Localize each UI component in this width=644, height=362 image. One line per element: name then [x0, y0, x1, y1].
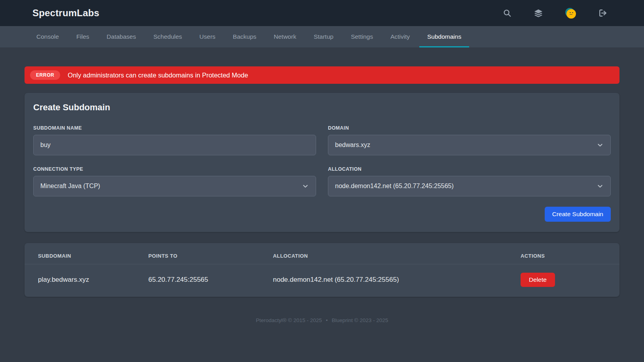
- chevron-down-icon: [597, 142, 603, 148]
- chevron-down-icon: [597, 183, 603, 189]
- footer-credits: Pterodactyl® © 2015 - 2025•Blueprint © 2…: [25, 317, 619, 323]
- tab-databases[interactable]: Databases: [99, 26, 144, 47]
- error-alert: ERROR Only administrators can create sub…: [25, 66, 619, 84]
- cell-allocation: node.demon142.net (65.20.77.245:25565): [273, 276, 521, 284]
- logout-icon[interactable]: [599, 9, 607, 17]
- table-row: play.bedwars.xyz 65.20.77.245:25565 node…: [25, 264, 619, 297]
- tab-startup[interactable]: Startup: [306, 26, 341, 47]
- app-title[interactable]: SpectrumLabs: [32, 8, 99, 19]
- domain-label: DOMAIN: [328, 125, 611, 131]
- field-subdomain-name: SUBDOMAIN NAME: [33, 125, 316, 155]
- subdomain-form: SUBDOMAIN NAME DOMAIN bedwars.xyz: [33, 125, 611, 196]
- column-header-subdomain: SUBDOMAIN: [38, 253, 148, 259]
- tab-settings[interactable]: Settings: [343, 26, 381, 47]
- domain-select-value: bedwars.xyz: [335, 141, 370, 149]
- card-title: Create Subdomain: [33, 102, 611, 113]
- create-subdomain-card: Create Subdomain SUBDOMAIN NAME DOMAIN b…: [25, 93, 619, 232]
- field-connection-type: CONNECTION TYPE Minecraft Java (TCP): [33, 166, 316, 196]
- column-header-actions: ACTIONS: [521, 253, 606, 259]
- footer-blueprint-credit: Blueprint © 2023 - 2025: [331, 317, 388, 323]
- footer-pterodactyl-credit: Pterodactyl® © 2015 - 2025: [256, 317, 322, 323]
- top-header: SpectrumLabs: [0, 0, 644, 26]
- subdomain-name-label: SUBDOMAIN NAME: [33, 125, 316, 131]
- cell-actions: Delete: [521, 273, 606, 287]
- user-avatar[interactable]: [565, 8, 576, 19]
- column-header-points-to: POINTS TO: [148, 253, 273, 259]
- allocation-select-value: node.demon142.net (65.20.77.245:25565): [335, 183, 454, 190]
- field-domain: DOMAIN bedwars.xyz: [328, 125, 611, 155]
- subdomain-name-input[interactable]: [33, 135, 316, 155]
- field-allocation: ALLOCATION node.demon142.net (65.20.77.2…: [328, 166, 611, 196]
- connection-type-select-value: Minecraft Java (TCP): [40, 183, 100, 190]
- avatar-eye: [570, 12, 571, 13]
- header-icon-group: [503, 8, 607, 19]
- app-window: SpectrumLabs: [0, 0, 644, 362]
- avatar-mouth: [570, 14, 572, 15]
- server-nav-bar: Console Files Databases Schedules Users …: [0, 26, 644, 47]
- chevron-down-icon: [302, 183, 309, 189]
- cell-points-to: 65.20.77.245:25565: [148, 276, 273, 284]
- footer-separator: •: [326, 317, 328, 323]
- allocation-label: ALLOCATION: [328, 166, 611, 172]
- avatar-face: [566, 9, 576, 19]
- subdomains-table-card: SUBDOMAIN POINTS TO ALLOCATION ACTIONS p…: [25, 243, 619, 297]
- tab-users[interactable]: Users: [191, 26, 223, 47]
- layers-icon[interactable]: [534, 9, 543, 17]
- page-content: ERROR Only administrators can create sub…: [25, 66, 619, 323]
- connection-type-label: CONNECTION TYPE: [33, 166, 316, 172]
- cell-subdomain: play.bedwars.xyz: [38, 276, 148, 284]
- tab-backups[interactable]: Backups: [225, 26, 264, 47]
- allocation-select[interactable]: node.demon142.net (65.20.77.245:25565): [328, 176, 611, 196]
- tab-network[interactable]: Network: [266, 26, 304, 47]
- column-header-allocation: ALLOCATION: [273, 253, 521, 259]
- create-subdomain-button[interactable]: Create Subdomain: [545, 207, 611, 222]
- domain-select[interactable]: bedwars.xyz: [328, 135, 611, 155]
- tab-subdomains[interactable]: Subdomains: [419, 26, 469, 47]
- tab-console[interactable]: Console: [28, 26, 67, 47]
- search-icon[interactable]: [503, 9, 511, 17]
- table-header-row: SUBDOMAIN POINTS TO ALLOCATION ACTIONS: [25, 243, 619, 264]
- tab-activity[interactable]: Activity: [383, 26, 418, 47]
- connection-type-select[interactable]: Minecraft Java (TCP): [33, 176, 316, 196]
- error-badge: ERROR: [30, 70, 60, 80]
- error-message: Only administrators can create subdomain…: [68, 72, 248, 79]
- form-actions: Create Subdomain: [33, 207, 611, 222]
- nav-tab-list: Console Files Databases Schedules Users …: [25, 26, 619, 47]
- tab-schedules[interactable]: Schedules: [146, 26, 190, 47]
- delete-subdomain-button[interactable]: Delete: [521, 273, 555, 287]
- tab-files[interactable]: Files: [68, 26, 97, 47]
- avatar-eye: [572, 12, 573, 13]
